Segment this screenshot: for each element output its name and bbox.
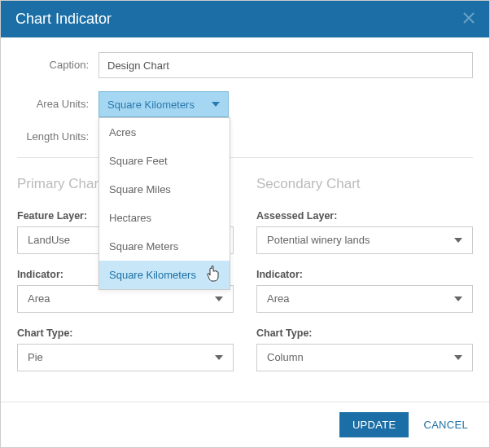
close-icon[interactable] xyxy=(463,11,475,28)
dropdown-option-square-kilometers[interactable]: Square Kilometers xyxy=(99,261,230,289)
caret-down-icon xyxy=(454,296,462,301)
primary-chart-type-value: Pie xyxy=(28,351,43,363)
caret-down-icon xyxy=(454,355,462,360)
secondary-chart-type-value: Column xyxy=(267,351,304,363)
dropdown-option-square-feet[interactable]: Square Feet xyxy=(99,147,230,175)
primary-indicator-value: Area xyxy=(28,292,50,305)
caption-input[interactable] xyxy=(98,52,473,78)
caption-label: Caption: xyxy=(17,59,98,72)
update-button[interactable]: UPDATE xyxy=(339,412,409,437)
dropdown-option-acres[interactable]: Acres xyxy=(99,118,230,147)
assessed-layer-label: Assessed Layer: xyxy=(256,210,473,222)
caret-down-icon xyxy=(454,238,462,243)
cancel-button[interactable]: CANCEL xyxy=(415,412,476,437)
dialog-footer: UPDATE CANCEL xyxy=(1,402,489,447)
assessed-layer-select[interactable]: Potential winery lands xyxy=(256,226,473,254)
secondary-chart-heading: Secondary Chart xyxy=(256,176,473,192)
dropdown-option-square-miles[interactable]: Square Miles xyxy=(99,175,230,204)
feature-layer-value: LandUse xyxy=(28,234,70,246)
secondary-chart-column: Secondary Chart Assessed Layer: Potentia… xyxy=(256,173,473,386)
length-units-label: Length Units: xyxy=(17,130,98,144)
cursor-hand-icon xyxy=(207,266,220,282)
assessed-layer-value: Potential winery lands xyxy=(267,234,370,246)
secondary-chart-type-select[interactable]: Column xyxy=(256,344,473,371)
dropdown-option-hectares[interactable]: Hectares xyxy=(99,204,230,232)
primary-chart-type-select[interactable]: Pie xyxy=(17,344,234,371)
caret-down-icon xyxy=(215,355,223,360)
caret-down-icon xyxy=(212,102,220,107)
area-units-dropdown: Acres Square Feet Square Miles Hectares … xyxy=(98,117,230,290)
primary-chart-type-label: Chart Type: xyxy=(17,327,234,339)
dialog-titlebar: Chart Indicator xyxy=(1,1,489,37)
charts-row: Primary Chart Feature Layer: LandUse Ind… xyxy=(17,173,473,386)
dropdown-option-square-meters[interactable]: Square Meters xyxy=(99,232,230,261)
secondary-indicator-value: Area xyxy=(267,292,289,305)
dialog-content: Caption: Area Units: Square Kilometers A… xyxy=(1,37,489,386)
secondary-indicator-select[interactable]: Area xyxy=(256,285,473,313)
dialog-title: Chart Indicator xyxy=(15,11,112,28)
secondary-indicator-label: Indicator: xyxy=(256,269,473,280)
area-units-label: Area Units: xyxy=(17,98,98,112)
section-divider xyxy=(17,157,473,158)
area-units-value: Square Kilometers xyxy=(107,99,195,111)
secondary-chart-type-label: Chart Type: xyxy=(256,327,473,339)
dropdown-option-label: Square Kilometers xyxy=(109,269,196,281)
caret-down-icon xyxy=(215,296,223,301)
area-units-select[interactable]: Square Kilometers Acres Square Feet Squa… xyxy=(98,91,229,117)
